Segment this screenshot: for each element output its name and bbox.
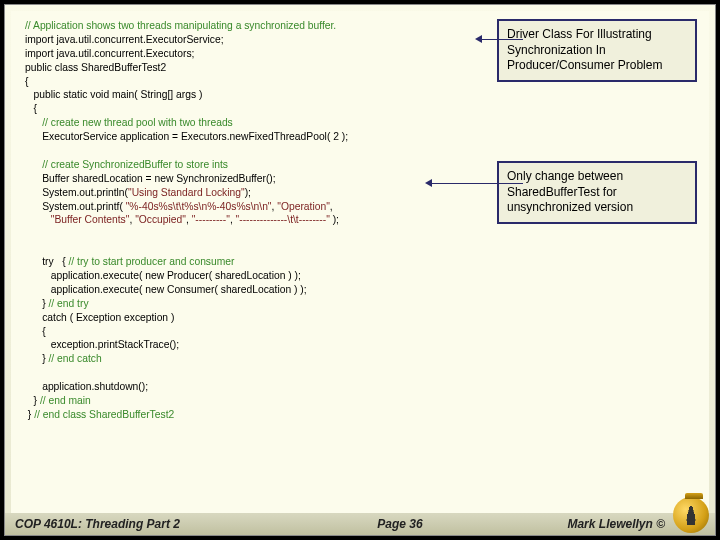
pegasus-icon [684, 505, 698, 525]
comment: // end class SharedBufferTest2 [34, 409, 174, 420]
code-line: } [25, 409, 34, 420]
footer-course: COP 4610L: Threading Part 2 [5, 517, 245, 531]
code-line: } [25, 298, 48, 309]
string: "Buffer Contents" [51, 214, 130, 225]
code-line: , [330, 201, 333, 212]
string: "---------" [192, 214, 230, 225]
code-line: application.shutdown(); [25, 381, 148, 392]
code-line: ); [245, 187, 251, 198]
callout-driver-class: Driver Class For Illustrating Synchroniz… [497, 19, 697, 82]
code-line: System.out.println( [25, 187, 128, 198]
string: "--------------\t\t--------" [236, 214, 330, 225]
arrow-line [431, 183, 523, 184]
code-line: public class SharedBufferTest2 [25, 62, 166, 73]
code-line: application.execute( new Consumer( share… [25, 284, 307, 295]
comment: // end main [40, 395, 91, 406]
code-line: application.execute( new Producer( share… [25, 270, 301, 281]
footer-bar: COP 4610L: Threading Part 2 Page 36 Mark… [5, 513, 715, 535]
ucf-logo-icon [673, 497, 709, 533]
comment: // end catch [48, 353, 101, 364]
comment: // create new thread pool with two threa… [25, 117, 233, 128]
comment: // Application shows two threads manipul… [25, 20, 336, 31]
logo-tab [685, 493, 703, 499]
string: "Using Standard Locking" [128, 187, 245, 198]
code-line: { [25, 76, 28, 87]
code-line: { [25, 326, 46, 337]
arrow-head-icon [475, 35, 482, 43]
callout-only-change: Only change between SharedBufferTest for… [497, 161, 697, 224]
arrow-head-icon [425, 179, 432, 187]
arrow-line [481, 39, 523, 40]
code-line: { [25, 103, 37, 114]
code-line: ExecutorService application = Executors.… [25, 131, 348, 142]
code-line: ); [330, 214, 339, 225]
footer-page: Page 36 [245, 517, 555, 531]
code-line: exception.printStackTrace(); [25, 339, 179, 350]
comment: // create SynchronizedBuffer to store in… [25, 159, 228, 170]
string: "Occupied" [135, 214, 186, 225]
slide: // Application shows two threads manipul… [4, 4, 716, 536]
code-line: try { [25, 256, 69, 267]
code-line: } [25, 395, 40, 406]
code-line: catch ( Exception exception ) [25, 312, 174, 323]
comment: // end try [48, 298, 88, 309]
code-line: public static void main( String[] args ) [25, 89, 202, 100]
code-line: System.out.printf( [25, 201, 126, 212]
code-line [25, 214, 51, 225]
code-line: } [25, 353, 48, 364]
code-line: import java.util.concurrent.ExecutorServ… [25, 34, 224, 45]
string: "%-40s%s\t\t%s\n%-40s%s\n\n" [126, 201, 272, 212]
code-line: Buffer sharedLocation = new Synchronized… [25, 173, 276, 184]
string: "Operation" [277, 201, 330, 212]
code-line: import java.util.concurrent.Executors; [25, 48, 194, 59]
content-area: // Application shows two threads manipul… [11, 11, 709, 513]
comment: // try to start producer and consumer [69, 256, 235, 267]
